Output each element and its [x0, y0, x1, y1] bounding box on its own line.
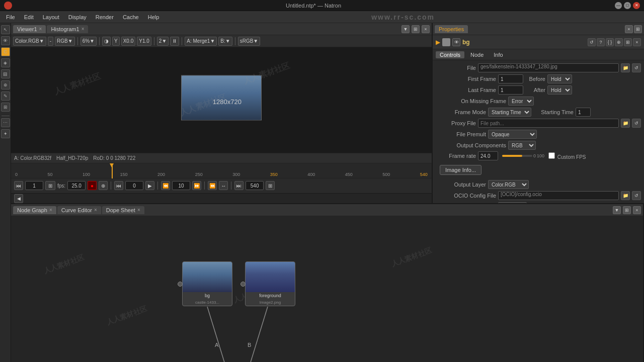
bg-output-layer-select[interactable]: Color.RGB Color.RGBA	[488, 180, 529, 189]
bg-custom-fps-checkbox[interactable]	[548, 152, 555, 159]
viewer-bottom-expand[interactable]: ⊞	[266, 181, 275, 190]
props-panel-float[interactable]: ⊞	[634, 25, 642, 33]
bg-node-input-dot[interactable]	[178, 282, 183, 287]
menu-edit[interactable]: Edit	[20, 13, 38, 21]
viewer-tab-histogram1[interactable]: Histogram1 ×	[47, 25, 88, 33]
bg-proxy-input[interactable]	[478, 119, 619, 128]
graph-node-bg[interactable]: bg castle-1433...	[182, 261, 232, 306]
bg-eye-icon[interactable]: 👁	[452, 38, 460, 46]
viewer-y-coord[interactable]: Y 1.0	[137, 37, 151, 46]
node-graph-panel-close[interactable]: ×	[633, 206, 641, 214]
play-forward-btn[interactable]: ▶	[145, 181, 154, 190]
bg-lastframe-input[interactable]	[498, 85, 523, 95]
bg-missing-select[interactable]: Error Hold Black	[508, 97, 534, 106]
bg-file-colorspace-select[interactable]: sRGB Linear rec709	[498, 202, 527, 203]
props-panel-close[interactable]: ×	[625, 25, 633, 33]
graph-node-foreground[interactable]: foreground Image2.png	[245, 261, 295, 306]
bg-image-info-btn[interactable]: Image Info...	[440, 165, 481, 175]
bg-tab-info[interactable]: Info	[490, 51, 507, 58]
bg-after-select[interactable]: Hold Loop	[547, 85, 572, 95]
bg-output-comp-select[interactable]: RGB RGBA	[508, 141, 536, 150]
minimize-button[interactable]: —	[615, 2, 622, 9]
viewer1-close-icon[interactable]: ×	[39, 26, 42, 32]
bg-before-select[interactable]: Hold Loop	[547, 74, 572, 83]
timeline-ruler[interactable]: 0 50 100 150 200 250 300 350 400 450 500…	[11, 163, 432, 178]
color-mode-selector[interactable]: Color.RGB ▼	[13, 37, 46, 46]
node-graph-panel-menu[interactable]: ▼	[613, 206, 621, 214]
tool-script[interactable]: ✦	[1, 129, 10, 138]
current-frame-input[interactable]	[125, 181, 143, 190]
tool-extra[interactable]: ⊞	[1, 103, 10, 112]
maximize-button[interactable]: □	[624, 2, 631, 9]
menu-help[interactable]: Help	[144, 13, 164, 21]
bg-firstframe-input[interactable]	[498, 74, 523, 83]
viewer-icon2[interactable]: Y	[112, 37, 120, 46]
timeline-left-btn[interactable]: ◀	[14, 194, 23, 203]
bg-help-btn[interactable]: ?	[597, 38, 605, 46]
channel-selector[interactable]: RGB ▼	[55, 37, 75, 46]
colorspace-selector[interactable]: sRGB ▼	[238, 37, 261, 46]
node-graph-panel-float[interactable]: ⊞	[623, 206, 631, 214]
bg-ocio-folder-btn[interactable]: 📁	[621, 191, 630, 200]
start-frame-input[interactable]	[25, 181, 43, 190]
bg-proxy-clear-btn[interactable]: ↺	[632, 119, 641, 128]
play-backward-btn[interactable]: ⏪	[208, 181, 217, 190]
tool-pointer[interactable]: ↖	[1, 25, 10, 34]
sync-btn2[interactable]: ⊕	[99, 181, 108, 190]
tab-curve-editor[interactable]: Curve Editor ×	[57, 206, 101, 214]
tool-color[interactable]: C	[1, 47, 10, 56]
fg-node-input-dot[interactable]	[240, 282, 246, 287]
bg-premult-select[interactable]: Opaque PreMultiplied UnPreMultiplied	[488, 130, 537, 139]
viewer-panel-close[interactable]: ×	[422, 25, 430, 33]
view-count-selector[interactable]: 2▼	[157, 37, 169, 46]
bg-proxy-folder-btn[interactable]: 📁	[621, 119, 630, 128]
bg-framerate-input[interactable]	[478, 151, 498, 160]
rec-btn[interactable]: ●	[88, 181, 97, 190]
clip-b-selector[interactable]: B: ▼	[218, 37, 232, 46]
sync-btn[interactable]: ⏸	[170, 37, 179, 46]
play-bounce-btn[interactable]: ↔	[219, 181, 228, 190]
close-button[interactable]: ✕	[633, 2, 640, 9]
bg-tab-controls[interactable]: Controls	[436, 51, 464, 58]
loop-toggle[interactable]: ⊞	[45, 181, 55, 190]
bg-play-icon[interactable]: ▶	[436, 39, 440, 46]
viewer-icon1[interactable]: ◑	[102, 37, 111, 46]
tab-node-graph[interactable]: Node Graph ×	[13, 206, 56, 214]
bg-copy-btn[interactable]: ⊕	[615, 38, 623, 46]
end-frame-input[interactable]	[246, 181, 264, 190]
dope-sheet-close-icon[interactable]: ×	[137, 207, 140, 213]
bg-file-reload-btn[interactable]: ↺	[632, 63, 641, 72]
bg-custom-fps-label[interactable]: Custom FPS	[548, 152, 586, 160]
tool-node[interactable]: ◈	[1, 58, 10, 67]
viewer-panel-float[interactable]: ⊞	[412, 25, 420, 33]
clip-a-selector[interactable]: A: Merge1 ▼	[185, 37, 217, 46]
graph-canvas[interactable]: 人人素材社区 人人素材社区 人人素材社区 人人素材社区	[11, 216, 643, 362]
viewer-tab-viewer1[interactable]: Viewer1 ×	[13, 25, 46, 33]
bg-framemode-select[interactable]: Starting Time Time Offset	[488, 108, 531, 117]
frame-start-btn[interactable]: ⏮	[14, 181, 23, 190]
fps-track[interactable]	[502, 155, 532, 157]
tool-transform[interactable]: ⊕	[1, 80, 10, 89]
step-input[interactable]	[172, 181, 190, 190]
bg-float-btn[interactable]: ⊞	[624, 38, 632, 46]
tool-misc[interactable]: ⋯	[1, 118, 10, 127]
viewer-x-coord[interactable]: X 0.0	[121, 37, 136, 46]
bg-script-btn[interactable]: { }	[606, 38, 614, 46]
menu-display[interactable]: Display	[64, 13, 91, 21]
tab-dope-sheet[interactable]: Dope Sheet ×	[102, 206, 144, 214]
bg-ocio-clear-btn[interactable]: ↺	[632, 191, 641, 200]
tool-viewer[interactable]: 👁	[1, 36, 10, 45]
bg-starting-time-input[interactable]	[576, 108, 591, 117]
next-step-btn[interactable]: ⏩	[192, 181, 201, 190]
frame-end-btn[interactable]: ⏭	[234, 181, 244, 190]
bg-file-folder-btn[interactable]: 📁	[621, 63, 630, 72]
curve-editor-close-icon[interactable]: ×	[94, 207, 97, 213]
bg-tab-node[interactable]: Node	[466, 51, 488, 58]
menu-file[interactable]: File	[2, 13, 19, 21]
menu-render[interactable]: Render	[92, 13, 118, 21]
properties-tab[interactable]: Properties	[435, 25, 468, 33]
bg-framerate-slider[interactable]: 0 100	[502, 153, 544, 158]
tool-paint[interactable]: ✎	[1, 92, 10, 101]
tool-mask[interactable]: ▤	[1, 69, 10, 78]
zoom-selector[interactable]: 6% ▼	[80, 37, 97, 46]
